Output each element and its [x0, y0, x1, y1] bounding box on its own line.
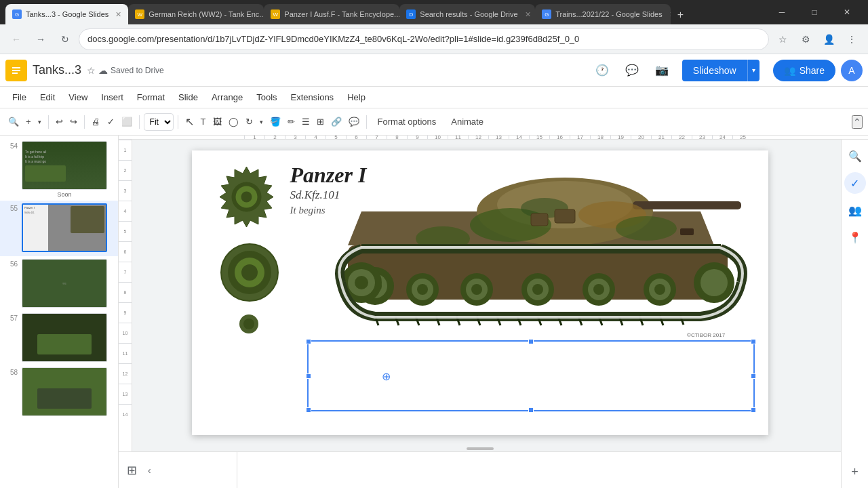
menu-insert[interactable]: Insert: [94, 89, 130, 105]
slide-item-58[interactable]: 58: [0, 365, 118, 419]
extensions-button[interactable]: ⚙: [795, 28, 816, 50]
url-bar[interactable]: docs.google.com/presentation/d/1b7jLvTDj…: [79, 28, 769, 50]
undo-button[interactable]: ↩: [53, 113, 66, 131]
canvas-wrapper: 1 2 3 4 5 6 7 8 9 10 11 12 13 14: [119, 140, 868, 488]
tabs-area: G Tanks...3 - Google Slides ✕ W German R…: [5, 0, 761, 24]
rotate-tool[interactable]: ↻: [243, 113, 256, 131]
panel-collapse-button[interactable]: ‹: [148, 465, 151, 476]
comments-button[interactable]: 💬: [620, 58, 644, 83]
list-tool[interactable]: ☰: [299, 113, 313, 131]
rotate-dropdown[interactable]: ▾: [257, 113, 266, 131]
side-panel-add[interactable]: +: [844, 461, 866, 483]
share-label: Share: [800, 65, 825, 76]
shape-tool[interactable]: ◯: [226, 113, 241, 131]
menu-help[interactable]: Help: [340, 89, 372, 105]
tab-close-4[interactable]: ✕: [525, 10, 531, 19]
redo-button[interactable]: ↪: [67, 113, 80, 131]
url-text: docs.google.com/presentation/d/1b7jLvTDj…: [87, 34, 760, 44]
ruler-v-mark: 1: [119, 140, 132, 160]
svg-point-34: [532, 284, 543, 295]
tab-panzer[interactable]: W Panzer I Ausf.F - Tank Encyclope... ✕: [264, 4, 399, 24]
forward-button[interactable]: →: [30, 28, 52, 50]
pen-tool[interactable]: ✏: [285, 113, 298, 131]
animate-button[interactable]: Animate: [444, 114, 490, 129]
menu-format[interactable]: Format: [130, 89, 172, 105]
menu-tools[interactable]: Tools: [250, 89, 283, 105]
menu-view[interactable]: View: [62, 89, 94, 105]
side-panel-explore[interactable]: 🔍: [844, 145, 866, 167]
slide-item-54[interactable]: 54 To get here allIt is a full tripIt is…: [0, 138, 118, 201]
slide-item-55[interactable]: 55 Panzer I Sd.Kfz.101: [0, 201, 118, 256]
text-tool[interactable]: T: [198, 113, 209, 131]
tab-label-4: Search results - Google Drive: [420, 10, 517, 18]
reload-button[interactable]: ↻: [54, 28, 76, 50]
scroll-indicator: [467, 447, 494, 450]
tab-favicon-1: G: [12, 9, 22, 19]
handle-bm: [528, 407, 534, 413]
add-button[interactable]: +: [23, 113, 34, 131]
slide-page[interactable]: Panzer I Sd.Kfz.101 It begins: [192, 150, 768, 435]
toolbar: 🔍 + ▾ ↩ ↪ 🖨 ✓ ⬜ Fit ↖ T 🖼 ◯ ↻ ▾ 🪣 ✏ ☰ ⊞ …: [0, 108, 868, 136]
menu-extensions[interactable]: Extensions: [284, 89, 341, 105]
star-icon[interactable]: ☆: [87, 65, 96, 76]
tab-search[interactable]: D Search results - Google Drive ✕: [399, 4, 535, 24]
side-panel-map[interactable]: 📍: [844, 226, 866, 248]
tab-label-5: Trains...2021/22 - Google Slides: [555, 10, 662, 18]
cloud-icon[interactable]: ☁: [98, 65, 108, 76]
back-button[interactable]: ←: [5, 28, 27, 50]
comment-tool[interactable]: 💬: [346, 113, 362, 131]
svg-rect-63: [531, 214, 548, 226]
slide-num-58: 58: [5, 367, 18, 376]
table-tool[interactable]: ⊞: [314, 113, 327, 131]
menu-edit[interactable]: Edit: [33, 89, 62, 105]
user-avatar[interactable]: A: [841, 60, 863, 81]
slide-item-56[interactable]: 56 ≈≈: [0, 256, 118, 310]
search-tool-button[interactable]: 🔍: [5, 113, 22, 131]
side-panel-people[interactable]: 👥: [844, 199, 866, 221]
slide-thumb-56: ≈≈: [22, 259, 107, 308]
zoom-button[interactable]: ⬜: [119, 113, 135, 131]
close-button[interactable]: ✕: [831, 0, 863, 24]
tab-close-1[interactable]: ✕: [115, 10, 121, 19]
toolbar-collapse-button[interactable]: ⌃: [852, 115, 863, 129]
format-options-button[interactable]: Format options: [371, 114, 443, 129]
share-button[interactable]: 👥 Share: [773, 60, 835, 81]
bookmark-button[interactable]: ☆: [772, 28, 793, 50]
slideshow-btn-group: Slideshow ▾: [682, 60, 760, 81]
slide-item-57[interactable]: 57: [0, 310, 118, 365]
slide-canvas[interactable]: Panzer I Sd.Kfz.101 It begins: [119, 140, 841, 446]
main-content: 54 To get here allIt is a full tripIt is…: [0, 136, 868, 488]
menu-file[interactable]: File: [5, 89, 33, 105]
paint-tool[interactable]: 🪣: [267, 113, 283, 131]
cursor-tool[interactable]: ↖: [182, 113, 197, 131]
side-panel-check[interactable]: ✓: [844, 172, 866, 194]
svg-point-28: [417, 284, 428, 295]
add-dropdown-button[interactable]: ▾: [35, 113, 44, 131]
toolbar-sep-2: [84, 115, 85, 129]
address-bar: ← → ↻ docs.google.com/presentation/d/1b7…: [0, 24, 868, 54]
menu-arrange[interactable]: Arrange: [205, 89, 250, 105]
grid-view-button[interactable]: ⊞: [127, 463, 137, 478]
present-button[interactable]: 📷: [650, 58, 674, 83]
image-tool[interactable]: 🖼: [210, 113, 224, 131]
svg-rect-17: [633, 201, 741, 209]
slideshow-dropdown-button[interactable]: ▾: [747, 60, 760, 81]
profile-button[interactable]: 👤: [818, 28, 840, 50]
tab-trains[interactable]: G Trains...2021/22 - Google Slides ✕: [535, 4, 671, 24]
menu-slide[interactable]: Slide: [172, 89, 205, 105]
maximize-button[interactable]: □: [799, 0, 830, 24]
minimize-button[interactable]: ─: [766, 0, 797, 24]
print-button[interactable]: 🖨: [89, 113, 103, 131]
more-button[interactable]: ⋮: [841, 28, 863, 50]
new-tab-button[interactable]: +: [671, 5, 690, 24]
slideshow-button[interactable]: Slideshow: [682, 60, 747, 81]
link-tool[interactable]: 🔗: [328, 113, 344, 131]
zoom-select[interactable]: Fit: [144, 113, 174, 131]
svg-rect-3: [12, 73, 18, 74]
tab-german[interactable]: W German Reich (WW2) - Tank Enc... ✕: [128, 4, 264, 24]
handle-bl: [306, 407, 311, 413]
spell-button[interactable]: ✓: [104, 113, 117, 131]
tab-tanks[interactable]: G Tanks...3 - Google Slides ✕: [5, 4, 128, 24]
move-cursor[interactable]: ⊕: [382, 370, 391, 383]
history-button[interactable]: 🕐: [590, 58, 614, 83]
